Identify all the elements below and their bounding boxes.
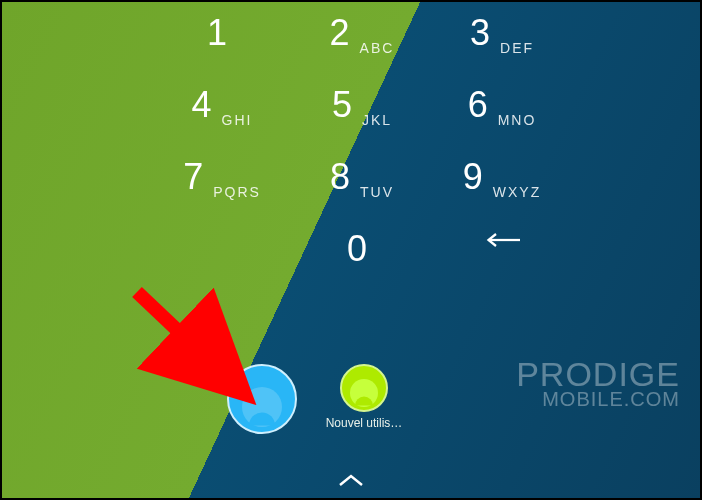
key-digit: 3 — [470, 12, 490, 54]
watermark-line2: MOBILE.COM — [516, 390, 680, 408]
key-digit: 7 — [183, 156, 203, 198]
avatar-icon — [340, 364, 388, 412]
key-7[interactable]: 7 PQRS — [152, 156, 292, 228]
key-1[interactable]: 1 — [152, 12, 292, 84]
key-5[interactable]: 5 JKL — [292, 84, 432, 156]
key-4[interactable]: 4 GHI — [152, 84, 292, 156]
key-letters: PQRS — [213, 184, 261, 200]
key-9[interactable]: 9 WXYZ — [432, 156, 572, 228]
key-digit: 1 — [207, 12, 227, 54]
key-digit: 0 — [347, 228, 367, 270]
key-digit: 6 — [468, 84, 488, 126]
user-new[interactable]: Nouvel utilis… — [324, 364, 404, 430]
key-digit: 4 — [192, 84, 212, 126]
pin-keypad: 1 2 ABC 3 DEF 4 GHI 5 JKL 6 MNO — [152, 12, 572, 300]
key-blank — [152, 228, 292, 300]
user-label: Nouvel utilis… — [326, 416, 403, 430]
key-digit: 9 — [463, 156, 483, 198]
key-digit: 2 — [330, 12, 350, 54]
expand-handle[interactable] — [337, 472, 365, 492]
key-letters: DEF — [500, 40, 534, 56]
key-letters: WXYZ — [493, 184, 541, 200]
key-letters: GHI — [222, 112, 253, 128]
watermark: PRODIGE MOBILE.COM — [516, 359, 680, 408]
avatar-icon — [227, 364, 297, 434]
watermark-line1: PRODIGE — [516, 359, 680, 390]
key-0[interactable]: 0 — [292, 228, 432, 300]
key-3[interactable]: 3 DEF — [432, 12, 572, 84]
key-2[interactable]: 2 ABC — [292, 12, 432, 84]
key-backspace[interactable] — [432, 228, 572, 300]
svg-line-1 — [137, 292, 232, 382]
key-letters: MNO — [498, 112, 537, 128]
key-digit: 5 — [332, 84, 352, 126]
backspace-icon — [484, 228, 520, 256]
user-main[interactable] — [222, 364, 302, 438]
user-switcher: Nouvel utilis… — [222, 364, 404, 438]
chevron-up-icon — [337, 474, 365, 491]
key-6[interactable]: 6 MNO — [432, 84, 572, 156]
lock-screen: 1 2 ABC 3 DEF 4 GHI 5 JKL 6 MNO — [0, 0, 702, 500]
key-letters: TUV — [360, 184, 394, 200]
key-letters: ABC — [360, 40, 395, 56]
key-8[interactable]: 8 TUV — [292, 156, 432, 228]
key-digit: 8 — [330, 156, 350, 198]
key-letters: JKL — [362, 112, 392, 128]
